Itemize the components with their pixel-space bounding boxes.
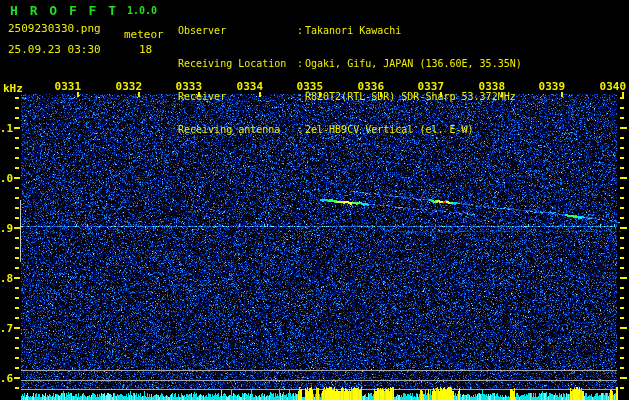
app-version: 1.0.0 bbox=[127, 6, 157, 16]
info-row-receiving-antenna: Receiving antenna:2el-HB9CV Vertical (el… bbox=[178, 123, 522, 136]
info-value: Takanori Kawachi bbox=[305, 25, 401, 36]
info-value: Ogaki, Gifu, JAPAN (136.60E, 35.35N) bbox=[305, 58, 522, 69]
info-label: Receiving antenna bbox=[178, 123, 297, 136]
capture-datetime: 25.09.23 03:30 bbox=[8, 44, 101, 55]
info-colon: : bbox=[297, 57, 305, 70]
observation-mode: meteor bbox=[124, 29, 164, 40]
info-value: R820T2(RTL-SDR) SDR-Sharp 53.372MHz bbox=[305, 91, 516, 102]
hrofft-screen: H R O F F T 1.0.0 2509230330.png meteor … bbox=[0, 0, 629, 400]
info-label: Observer bbox=[178, 24, 297, 37]
info-value: 2el-HB9CV Vertical (el. E-W) bbox=[305, 124, 474, 135]
meteor-echo-count: 18 bbox=[139, 44, 152, 55]
info-row-observer: Observer:Takanori Kawachi bbox=[178, 24, 522, 37]
info-colon: : bbox=[297, 24, 305, 37]
info-row-receiving-location: Receiving Location:Ogaki, Gifu, JAPAN (1… bbox=[178, 57, 522, 70]
info-label: Receiver bbox=[178, 90, 297, 103]
capture-filename: 2509230330.png bbox=[8, 23, 101, 34]
info-row-receiver: Receiver:R820T2(RTL-SDR) SDR-Sharp 53.37… bbox=[178, 90, 522, 103]
app-title: H R O F F T bbox=[10, 4, 118, 17]
station-info-block: Observer:Takanori Kawachi Receiving Loca… bbox=[178, 4, 522, 156]
info-label: Receiving Location bbox=[178, 57, 297, 70]
info-colon: : bbox=[297, 90, 305, 103]
info-colon: : bbox=[297, 123, 305, 136]
